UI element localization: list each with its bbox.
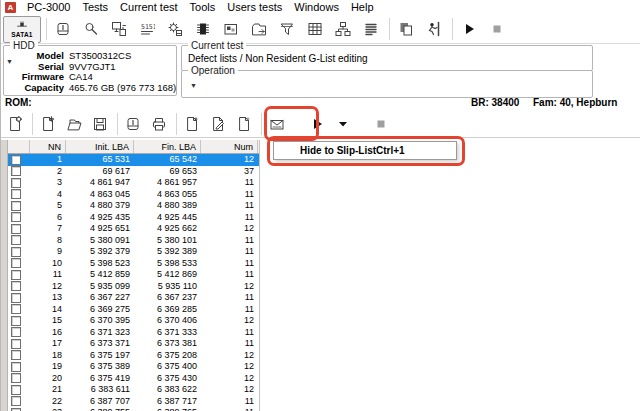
row-checkbox[interactable] xyxy=(11,201,21,211)
menu-item-hide-to-slip-list[interactable]: Hide to Slip-ListCtrl+1 xyxy=(274,142,456,159)
row-checkbox[interactable] xyxy=(11,350,21,360)
save-list-button[interactable] xyxy=(88,111,112,136)
row-checkbox[interactable] xyxy=(11,270,21,280)
run-operation-dropdown-button[interactable] xyxy=(331,111,355,136)
operation-dropdown-icon[interactable]: ▼ xyxy=(190,82,197,89)
exit-test-button[interactable] xyxy=(421,16,447,42)
cell-num: 11 xyxy=(201,304,258,316)
table-row[interactable]: 236 389 7556 389 76511 xyxy=(8,407,259,411)
row-checkbox[interactable] xyxy=(11,339,21,349)
menu-help[interactable]: Help xyxy=(345,0,380,15)
row-checkbox[interactable] xyxy=(11,166,21,176)
print-button[interactable] xyxy=(147,111,171,136)
row-checkbox[interactable] xyxy=(11,247,21,257)
table-row[interactable]: 206 375 4196 375 43012 xyxy=(8,373,259,385)
row-checkbox[interactable] xyxy=(11,396,21,406)
copies-button[interactable] xyxy=(393,16,419,42)
row-checkbox[interactable] xyxy=(11,224,21,234)
row-checkbox[interactable] xyxy=(11,178,21,188)
table-row[interactable]: 156 370 3956 370 40612 xyxy=(8,315,259,327)
table-row[interactable]: 216 383 6116 383 62212 xyxy=(8,384,259,396)
cell-fin-lba: 6 375 208 xyxy=(134,350,201,362)
surface-map-button[interactable] xyxy=(302,16,328,42)
table-row[interactable]: 34 861 9474 861 95711 xyxy=(8,177,259,189)
run-operation-button[interactable] xyxy=(305,111,329,136)
start-test-button[interactable] xyxy=(456,16,482,42)
utility-loading-button[interactable] xyxy=(106,16,132,42)
rom-chip-button[interactable] xyxy=(190,16,216,42)
table-row[interactable]: 165 53165 54212 xyxy=(8,154,259,166)
table-row[interactable]: 176 373 3716 373 38111 xyxy=(8,338,259,350)
column-header-num[interactable]: Num xyxy=(201,140,258,153)
menu-users-tests[interactable]: Users tests xyxy=(221,0,288,15)
structure-scheme-button[interactable] xyxy=(330,16,356,42)
open-resource-button[interactable] xyxy=(246,16,272,42)
cell-num: 12 xyxy=(201,384,258,396)
table-row[interactable]: 74 925 6514 925 66212 xyxy=(8,223,259,235)
table-row[interactable]: 54 880 3794 880 38911 xyxy=(8,200,259,212)
column-header-init-lba[interactable]: Init. LBA xyxy=(66,140,134,153)
table-row[interactable]: 105 398 5235 398 53311 xyxy=(8,258,259,270)
menu-windows[interactable]: Windows xyxy=(288,0,345,15)
row-checkbox[interactable] xyxy=(11,385,21,395)
menu-tools[interactable]: Tools xyxy=(184,0,222,15)
row-checkbox[interactable] xyxy=(11,362,21,372)
table-row[interactable]: 125 935 0995 935 11012 xyxy=(8,281,259,293)
new-task-button[interactable] xyxy=(3,111,27,136)
report-button[interactable] xyxy=(358,16,384,42)
edit-report-button[interactable] xyxy=(206,111,230,136)
stop-operation-button[interactable] xyxy=(369,111,393,136)
table-row[interactable]: 226 387 7076 387 71711 xyxy=(8,396,259,408)
table-row[interactable]: 166 371 3236 371 33311 xyxy=(8,327,259,339)
table-row[interactable]: 186 375 1976 375 20812 xyxy=(8,350,259,362)
row-checkbox[interactable] xyxy=(11,212,21,222)
port-sata1-button[interactable]: SATA1 xyxy=(3,16,41,43)
table-row[interactable]: 95 392 3795 392 38911 xyxy=(8,246,259,258)
stop-test-button[interactable] xyxy=(484,16,510,42)
add-record-button[interactable] xyxy=(36,111,60,136)
row-checkbox[interactable] xyxy=(11,316,21,326)
row-checkbox[interactable] xyxy=(11,235,21,245)
table-row[interactable]: 136 367 2276 367 23711 xyxy=(8,292,259,304)
drive-data-button[interactable] xyxy=(121,111,145,136)
row-checkbox[interactable] xyxy=(11,281,21,291)
column-header-fin-lba[interactable]: Fin. LBA xyxy=(134,140,201,153)
open-list-button[interactable] xyxy=(62,111,86,136)
drive-resources-button[interactable] xyxy=(218,16,244,42)
search-button[interactable] xyxy=(78,16,104,42)
create-report-button[interactable] xyxy=(180,111,204,136)
operation-title: Operation xyxy=(188,65,238,76)
table-row[interactable]: 115 412 8595 412 86911 xyxy=(8,269,259,281)
menu-pc-3000[interactable]: PC-3000 xyxy=(21,0,76,15)
row-checkbox[interactable] xyxy=(11,293,21,303)
menu-current-test[interactable]: Current test xyxy=(114,0,183,15)
menu-item-label: Hide to Slip-List xyxy=(300,145,376,156)
row-checkbox[interactable] xyxy=(11,373,21,383)
table-row[interactable]: 196 375 3896 375 40012 xyxy=(8,361,259,373)
row-checkbox-cell xyxy=(8,177,30,189)
drive-id-button[interactable]: 5151 xyxy=(134,16,160,42)
export-list-button[interactable] xyxy=(265,111,289,136)
column-header-nn[interactable]: NN xyxy=(30,140,66,153)
table-row[interactable]: 85 380 0915 380 10111 xyxy=(8,235,259,247)
cell-fin-lba: 6 387 717 xyxy=(134,396,201,408)
table-row[interactable]: 64 925 4354 925 44511 xyxy=(8,212,259,224)
hdd-id-icon: 5151 xyxy=(139,21,155,37)
table-row[interactable]: 269 61769 65337 xyxy=(8,166,259,178)
table-row[interactable]: 146 369 2756 369 28511 xyxy=(8,304,259,316)
cell-num: 11 xyxy=(201,258,258,270)
drive-info-button[interactable] xyxy=(50,16,76,42)
toolbar-separator xyxy=(261,113,262,135)
service-data-button[interactable] xyxy=(162,16,188,42)
column-header-checkbox[interactable] xyxy=(8,140,30,153)
insert-report-button[interactable] xyxy=(232,111,256,136)
cell-fin-lba: 4 863 055 xyxy=(134,189,201,201)
row-checkbox[interactable] xyxy=(11,155,21,165)
row-checkbox[interactable] xyxy=(11,189,21,199)
row-checkbox[interactable] xyxy=(11,258,21,268)
row-checkbox[interactable] xyxy=(11,327,21,337)
row-checkbox[interactable] xyxy=(11,304,21,314)
table-row[interactable]: 44 863 0454 863 05511 xyxy=(8,189,259,201)
menu-tests[interactable]: Tests xyxy=(76,0,114,15)
tests-filter-button[interactable] xyxy=(274,16,300,42)
